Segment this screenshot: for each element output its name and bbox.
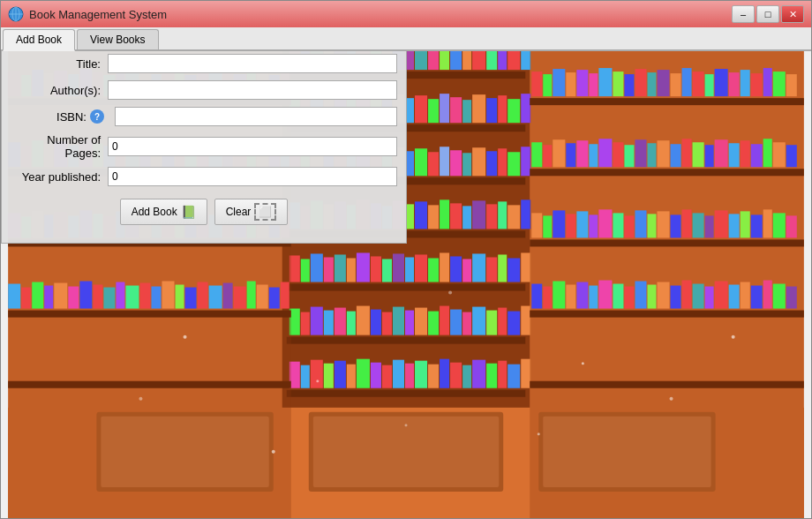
svg-rect-153 bbox=[405, 364, 414, 388]
svg-rect-96 bbox=[472, 200, 485, 229]
svg-rect-71 bbox=[428, 152, 439, 176]
svg-rect-293 bbox=[773, 71, 786, 96]
svg-rect-302 bbox=[613, 142, 623, 167]
svg-rect-128 bbox=[357, 306, 370, 335]
svg-rect-155 bbox=[428, 365, 439, 388]
svg-rect-126 bbox=[335, 308, 346, 335]
authors-label: Author(s): bbox=[11, 84, 108, 97]
svg-rect-163 bbox=[521, 359, 530, 388]
svg-rect-119 bbox=[498, 254, 507, 282]
app-icon bbox=[8, 6, 24, 22]
svg-rect-70 bbox=[415, 148, 427, 176]
clear-icon: ⬜ bbox=[254, 203, 276, 221]
svg-rect-287 bbox=[705, 74, 714, 96]
svg-rect-351 bbox=[647, 285, 656, 309]
svg-rect-303 bbox=[624, 145, 634, 167]
svg-rect-154 bbox=[415, 361, 427, 388]
svg-rect-341 bbox=[531, 284, 542, 309]
title-bar-controls: – □ ✕ bbox=[732, 5, 804, 23]
svg-rect-92 bbox=[428, 205, 439, 229]
svg-rect-291 bbox=[751, 73, 763, 96]
svg-point-374 bbox=[670, 397, 673, 401]
svg-rect-157 bbox=[450, 363, 462, 388]
title-bar-left: Book Management System bbox=[8, 6, 167, 22]
svg-rect-314 bbox=[751, 144, 763, 167]
svg-rect-300 bbox=[589, 144, 598, 167]
svg-rect-249 bbox=[93, 285, 102, 309]
svg-rect-326 bbox=[624, 215, 634, 237]
svg-rect-255 bbox=[162, 282, 175, 309]
svg-rect-313 bbox=[741, 140, 750, 167]
form-panel: Enter Book Information Title: Author(s):… bbox=[1, 27, 407, 244]
svg-rect-274 bbox=[553, 69, 565, 96]
svg-rect-124 bbox=[311, 307, 323, 335]
svg-rect-55 bbox=[486, 98, 497, 123]
svg-rect-133 bbox=[415, 308, 427, 335]
pages-input[interactable] bbox=[108, 137, 397, 156]
svg-rect-14 bbox=[287, 284, 525, 291]
svg-rect-320 bbox=[553, 210, 565, 237]
svg-rect-340 bbox=[786, 215, 797, 237]
svg-rect-322 bbox=[576, 211, 588, 237]
svg-rect-312 bbox=[729, 143, 740, 167]
svg-rect-94 bbox=[450, 203, 462, 229]
authors-input[interactable] bbox=[108, 80, 397, 100]
svg-rect-136 bbox=[450, 310, 462, 335]
svg-rect-141 bbox=[508, 312, 520, 335]
svg-rect-354 bbox=[682, 281, 692, 309]
isbn-input[interactable] bbox=[115, 107, 397, 126]
svg-rect-137 bbox=[462, 312, 471, 335]
svg-rect-125 bbox=[324, 311, 334, 335]
svg-rect-129 bbox=[371, 310, 381, 335]
svg-rect-110 bbox=[393, 253, 404, 282]
svg-rect-265 bbox=[281, 282, 289, 309]
svg-rect-150 bbox=[371, 363, 381, 388]
svg-rect-54 bbox=[472, 94, 485, 123]
close-button[interactable]: ✕ bbox=[781, 5, 804, 23]
title-input[interactable] bbox=[108, 54, 397, 73]
svg-rect-275 bbox=[566, 72, 575, 96]
svg-rect-72 bbox=[440, 147, 449, 176]
svg-rect-308 bbox=[682, 139, 692, 167]
svg-rect-347 bbox=[598, 281, 612, 309]
svg-rect-248 bbox=[79, 282, 92, 309]
add-book-icon: 📗 bbox=[181, 205, 196, 219]
svg-rect-149 bbox=[357, 359, 370, 388]
svg-rect-108 bbox=[371, 256, 381, 282]
svg-rect-156 bbox=[440, 359, 449, 388]
svg-rect-105 bbox=[335, 254, 346, 282]
svg-rect-343 bbox=[553, 282, 565, 309]
svg-rect-301 bbox=[598, 139, 612, 167]
svg-rect-316 bbox=[773, 142, 786, 167]
svg-point-379 bbox=[732, 335, 735, 339]
svg-rect-52 bbox=[450, 97, 462, 123]
svg-rect-344 bbox=[566, 285, 575, 309]
svg-rect-305 bbox=[647, 143, 656, 167]
tab-view-books[interactable]: View Books bbox=[77, 29, 158, 49]
svg-rect-120 bbox=[508, 258, 520, 282]
add-book-button[interactable]: Add Book 📗 bbox=[120, 199, 207, 225]
year-input[interactable] bbox=[108, 167, 397, 186]
svg-point-377 bbox=[538, 432, 540, 435]
svg-rect-107 bbox=[357, 252, 370, 282]
minimize-button[interactable]: – bbox=[732, 5, 755, 23]
svg-rect-111 bbox=[405, 257, 414, 282]
tab-add-book[interactable]: Add Book bbox=[3, 29, 75, 51]
svg-point-371 bbox=[316, 380, 319, 382]
svg-rect-250 bbox=[103, 288, 115, 309]
svg-rect-16 bbox=[287, 390, 525, 397]
svg-rect-276 bbox=[576, 70, 588, 96]
maximize-button[interactable]: □ bbox=[756, 5, 779, 23]
clear-button[interactable]: Clear ⬜ bbox=[214, 199, 289, 225]
svg-rect-278 bbox=[598, 68, 612, 96]
svg-rect-270 bbox=[530, 311, 804, 318]
svg-rect-95 bbox=[462, 206, 471, 229]
svg-rect-289 bbox=[729, 72, 740, 96]
svg-rect-282 bbox=[647, 72, 656, 96]
svg-rect-98 bbox=[498, 201, 507, 229]
svg-rect-337 bbox=[751, 214, 763, 237]
isbn-help-icon[interactable]: ? bbox=[90, 109, 104, 124]
svg-rect-352 bbox=[658, 282, 670, 309]
svg-rect-268 bbox=[530, 169, 804, 176]
svg-rect-102 bbox=[301, 259, 310, 282]
